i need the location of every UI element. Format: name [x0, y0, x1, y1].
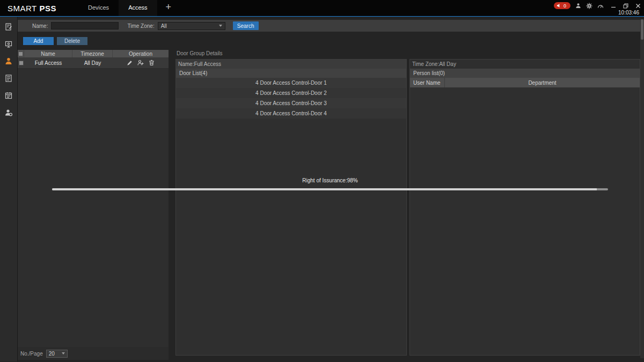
row-timezone: All Day	[72, 57, 113, 68]
user-icon[interactable]	[4, 56, 13, 66]
report-icon[interactable]	[4, 73, 13, 83]
add-button[interactable]: Add	[23, 37, 54, 45]
progress-label: Right of Issurance:98%	[52, 178, 608, 183]
door-list-header: Door List(4)	[176, 69, 406, 78]
person-table-header: User Name Department	[410, 78, 640, 87]
settings-gear-icon[interactable]	[586, 3, 592, 9]
delete-trash-icon[interactable]	[149, 60, 155, 66]
tab-devices[interactable]: Devices	[78, 0, 119, 16]
titlebar-right: 0 10:03:46	[554, 0, 644, 16]
column-department: Department	[445, 78, 640, 87]
progress-bar	[52, 188, 608, 190]
device-icon[interactable]	[4, 39, 13, 49]
clock: 10:03:46	[618, 10, 641, 16]
assign-person-icon[interactable]	[137, 60, 144, 66]
door-list-panel: Name:Full Access Door List(4) 4 Door Acc…	[175, 59, 407, 356]
timezone-line: Time Zone:All Day	[410, 60, 640, 69]
titlebar: SMART PSS Devices Access + 0	[0, 0, 644, 17]
toolbar: Add Delete	[23, 37, 644, 45]
schedule-icon[interactable]	[4, 91, 13, 100]
page-size-select[interactable]: 20	[46, 350, 68, 358]
pagination: No./Page 20	[18, 347, 169, 360]
table-row[interactable]: Full Access All Day	[18, 57, 169, 69]
rights-progress: Right of Issurance:98%	[52, 178, 608, 190]
tab-access[interactable]: Access	[119, 0, 157, 16]
column-timezone: Timezone	[72, 50, 113, 57]
person-list-header: Person list(0)	[410, 69, 640, 78]
door-group-details: Door Group Details Name:Full Access Door…	[175, 50, 640, 360]
panels: Name Timezone Operation Full Access All …	[18, 50, 644, 360]
notification-badge[interactable]: 0	[554, 2, 570, 9]
edit-pencil-icon[interactable]	[127, 60, 133, 66]
page-size-label: No./Page	[20, 351, 43, 357]
select-all-checkbox[interactable]	[18, 51, 23, 56]
close-icon[interactable]	[635, 3, 641, 9]
column-operation: Operation	[113, 50, 169, 57]
delete-button[interactable]: Delete	[57, 37, 87, 45]
search-button[interactable]: Search	[233, 21, 259, 30]
timezone-select[interactable]: All	[158, 22, 225, 30]
mute-speaker-icon	[557, 3, 561, 8]
log-icon[interactable]	[4, 22, 13, 32]
timezone-value: All	[161, 23, 167, 29]
person-table-body	[410, 87, 640, 355]
logo-smart: SMART	[8, 4, 37, 13]
column-user-name: User Name	[410, 78, 445, 87]
vertical-scrollbar[interactable]	[640, 19, 644, 358]
main-area: Name: Time Zone: All Search Add Delete N…	[0, 17, 644, 361]
group-table-panel: Name Timezone Operation Full Access All …	[18, 50, 169, 360]
user-icon[interactable]	[575, 3, 581, 9]
row-checkbox[interactable]	[19, 61, 24, 65]
account-config-icon[interactable]	[4, 108, 13, 117]
scrollbar-thumb[interactable]	[641, 19, 643, 40]
page-size-value: 20	[49, 351, 55, 357]
group-table-header: Name Timezone Operation	[18, 50, 169, 57]
timezone-label: Time Zone:	[127, 23, 154, 29]
app-logo: SMART PSS	[0, 0, 64, 16]
notification-count: 0	[564, 3, 566, 9]
door-list-item[interactable]: 4 Door Access Control-Door 2	[176, 88, 406, 98]
tab-bar: Devices Access +	[78, 0, 180, 16]
details-title: Door Group Details	[175, 50, 640, 59]
chevron-down-icon	[219, 25, 222, 27]
progress-fill	[52, 188, 597, 190]
new-tab-button[interactable]: +	[157, 0, 180, 16]
chevron-down-icon	[62, 352, 65, 354]
door-list-item[interactable]: 4 Door Access Control-Door 4	[176, 108, 406, 119]
door-list-item[interactable]: 4 Door Access Control-Door 3	[176, 98, 406, 108]
filter-band: Name: Time Zone: All Search	[18, 20, 640, 32]
group-table-body	[18, 69, 169, 347]
dashboard-icon[interactable]	[597, 3, 604, 9]
content: Name: Time Zone: All Search Add Delete N…	[18, 17, 644, 361]
name-input[interactable]	[51, 22, 119, 29]
row-name: Full Access	[24, 57, 72, 68]
column-name: Name	[24, 50, 72, 57]
door-list-item[interactable]: 4 Door Access Control-Door 1	[176, 78, 406, 88]
logo-pss: PSS	[37, 4, 56, 13]
name-label: Name:	[32, 23, 48, 29]
group-name-line: Name:Full Access	[176, 60, 406, 69]
sidebar	[0, 17, 18, 361]
minimize-icon[interactable]	[611, 3, 616, 9]
person-list-panel: Time Zone:All Day Person list(0) User Na…	[409, 59, 640, 356]
door-list: 4 Door Access Control-Door 1 4 Door Acce…	[176, 78, 406, 119]
restore-icon[interactable]	[623, 3, 628, 9]
